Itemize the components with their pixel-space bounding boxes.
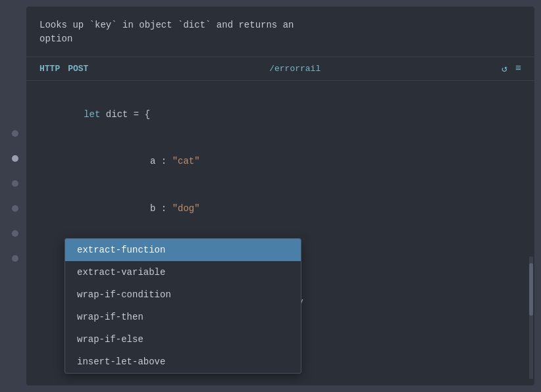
code-line-1: let dict = { — [39, 91, 521, 138]
scrollbar-track — [529, 257, 533, 379]
sidebar-dots — [12, 0, 18, 392]
code-line-3: b : "dog" — [39, 185, 521, 232]
scrollbar-thumb[interactable] — [529, 263, 533, 316]
http-method-label: HTTP — [39, 64, 60, 74]
dropdown-menu: extract-function extract-variable wrap-i… — [64, 238, 301, 374]
menu-icon[interactable]: ≡ — [515, 63, 521, 74]
description-line2: option — [39, 34, 72, 44]
description-area: Looks up `key` in object `dict` and retu… — [26, 7, 534, 57]
http-icons: ↺ ≡ — [502, 62, 521, 75]
refresh-icon[interactable]: ↺ — [502, 62, 507, 75]
code-dict-assign: dict = { — [100, 109, 150, 120]
sidebar-dot-5 — [12, 230, 18, 237]
menu-item-wrap-if-then[interactable]: wrap-if-then — [65, 306, 301, 328]
code-b: b : — [84, 203, 172, 214]
menu-item-wrap-if-condition[interactable]: wrap-if-condition — [65, 283, 301, 306]
sidebar-dot-6 — [12, 255, 18, 262]
code-panel: Looks up `key` in object `dict` and retu… — [26, 7, 534, 385]
kw-let: let — [84, 109, 100, 120]
menu-item-insert-let-above[interactable]: insert-let-above — [65, 351, 301, 373]
description-line1: Looks up `key` in object `dict` and retu… — [39, 20, 294, 30]
menu-item-extract-function[interactable]: extract-function — [65, 239, 301, 261]
sidebar-dot-1 — [12, 130, 18, 137]
sidebar-dot-2 — [12, 155, 18, 162]
sidebar-dot-3 — [12, 180, 18, 187]
code-line-2: a : "cat" — [39, 138, 521, 185]
code-a: a : — [84, 156, 172, 166]
http-path-label: /errorrail — [96, 64, 494, 74]
code-dog: "dog" — [172, 203, 200, 214]
http-bar: HTTP POST /errorrail ↺ ≡ — [26, 57, 534, 81]
code-cat: "cat" — [172, 156, 200, 166]
http-verb-label: POST — [68, 64, 88, 74]
main-container: Looks up `key` in object `dict` and retu… — [0, 0, 541, 392]
menu-item-extract-variable[interactable]: extract-variable — [65, 261, 301, 283]
sidebar-dot-4 — [12, 205, 18, 212]
menu-item-wrap-if-else[interactable]: wrap-if-else — [65, 328, 301, 351]
